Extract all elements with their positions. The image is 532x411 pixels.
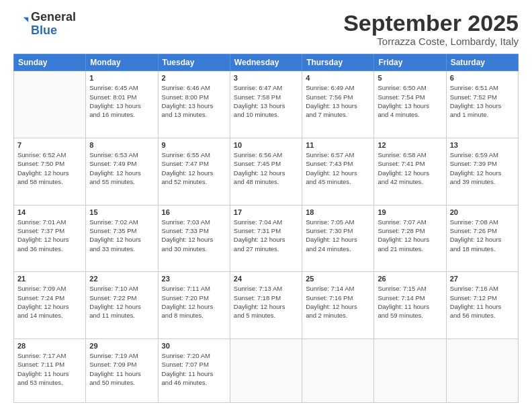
calendar-table: Sunday Monday Tuesday Wednesday Thursday… (13, 54, 519, 403)
header-saturday: Saturday (446, 54, 518, 71)
logo: General Blue (13, 11, 76, 38)
header-friday: Friday (374, 54, 446, 71)
month-title: September 2025 (343, 11, 519, 36)
day-info: Sunrise: 7:14 AM Sunset: 7:16 PM Dayligh… (306, 284, 370, 320)
table-row: 9Sunrise: 6:55 AM Sunset: 7:47 PM Daylig… (158, 138, 230, 205)
table-row: 5Sunrise: 6:50 AM Sunset: 7:54 PM Daylig… (374, 71, 446, 138)
header: General Blue September 2025 Torrazza Cos… (13, 11, 519, 47)
logo-icon (15, 15, 30, 30)
day-number: 17 (234, 208, 298, 216)
calendar-week-row: 21Sunrise: 7:09 AM Sunset: 7:24 PM Dayli… (14, 272, 519, 339)
day-number: 12 (378, 141, 442, 149)
day-info: Sunrise: 6:55 AM Sunset: 7:47 PM Dayligh… (162, 150, 226, 186)
day-info: Sunrise: 7:17 AM Sunset: 7:11 PM Dayligh… (17, 351, 82, 387)
day-info: Sunrise: 7:10 AM Sunset: 7:22 PM Dayligh… (89, 284, 154, 320)
day-number: 29 (89, 342, 154, 350)
header-tuesday: Tuesday (158, 54, 230, 71)
day-info: Sunrise: 6:46 AM Sunset: 8:00 PM Dayligh… (162, 83, 226, 119)
header-wednesday: Wednesday (230, 54, 302, 71)
table-row: 25Sunrise: 7:14 AM Sunset: 7:16 PM Dayli… (302, 272, 374, 339)
day-info: Sunrise: 7:05 AM Sunset: 7:30 PM Dayligh… (306, 218, 370, 253)
day-info: Sunrise: 7:04 AM Sunset: 7:31 PM Dayligh… (234, 218, 298, 253)
day-number: 21 (17, 275, 82, 283)
day-info: Sunrise: 6:47 AM Sunset: 7:58 PM Dayligh… (234, 83, 298, 119)
day-number: 28 (17, 342, 82, 350)
calendar-week-row: 28Sunrise: 7:17 AM Sunset: 7:11 PM Dayli… (14, 339, 519, 403)
day-number: 6 (450, 74, 515, 82)
table-row: 30Sunrise: 7:20 AM Sunset: 7:07 PM Dayli… (158, 339, 230, 403)
day-info: Sunrise: 7:13 AM Sunset: 7:18 PM Dayligh… (234, 284, 298, 320)
day-number: 1 (89, 74, 154, 82)
table-row: 11Sunrise: 6:57 AM Sunset: 7:43 PM Dayli… (302, 138, 374, 205)
calendar-week-row: 14Sunrise: 7:01 AM Sunset: 7:37 PM Dayli… (14, 205, 519, 272)
header-thursday: Thursday (302, 54, 374, 71)
day-number: 3 (234, 74, 298, 82)
day-number: 5 (378, 74, 442, 82)
title-block: September 2025 Torrazza Coste, Lombardy,… (343, 11, 519, 47)
table-row: 24Sunrise: 7:13 AM Sunset: 7:18 PM Dayli… (230, 272, 302, 339)
table-row (374, 339, 446, 403)
page: General Blue September 2025 Torrazza Cos… (0, 0, 532, 411)
day-number: 18 (306, 208, 370, 216)
header-monday: Monday (86, 54, 158, 71)
table-row: 19Sunrise: 7:07 AM Sunset: 7:28 PM Dayli… (374, 205, 446, 272)
day-number: 8 (89, 141, 154, 149)
table-row: 26Sunrise: 7:15 AM Sunset: 7:14 PM Dayli… (374, 272, 446, 339)
day-number: 7 (17, 141, 82, 149)
day-info: Sunrise: 6:49 AM Sunset: 7:56 PM Dayligh… (306, 83, 370, 119)
day-info: Sunrise: 7:19 AM Sunset: 7:09 PM Dayligh… (89, 351, 154, 387)
day-info: Sunrise: 7:11 AM Sunset: 7:20 PM Dayligh… (162, 284, 226, 320)
day-number: 24 (234, 275, 298, 283)
day-number: 14 (17, 208, 82, 216)
day-info: Sunrise: 6:56 AM Sunset: 7:45 PM Dayligh… (234, 150, 298, 186)
table-row (302, 339, 374, 403)
calendar-week-row: 7Sunrise: 6:52 AM Sunset: 7:50 PM Daylig… (14, 138, 519, 205)
calendar-week-row: 1Sunrise: 6:45 AM Sunset: 8:01 PM Daylig… (14, 71, 519, 138)
day-number: 16 (162, 208, 226, 216)
day-info: Sunrise: 7:07 AM Sunset: 7:28 PM Dayligh… (378, 218, 442, 253)
table-row: 6Sunrise: 6:51 AM Sunset: 7:52 PM Daylig… (446, 71, 518, 138)
day-number: 19 (378, 208, 442, 216)
weekday-header-row: Sunday Monday Tuesday Wednesday Thursday… (14, 54, 519, 71)
table-row: 21Sunrise: 7:09 AM Sunset: 7:24 PM Dayli… (14, 272, 86, 339)
table-row: 22Sunrise: 7:10 AM Sunset: 7:22 PM Dayli… (86, 272, 158, 339)
table-row: 18Sunrise: 7:05 AM Sunset: 7:30 PM Dayli… (302, 205, 374, 272)
table-row: 17Sunrise: 7:04 AM Sunset: 7:31 PM Dayli… (230, 205, 302, 272)
day-number: 23 (162, 275, 226, 283)
day-info: Sunrise: 7:03 AM Sunset: 7:33 PM Dayligh… (162, 218, 226, 253)
day-info: Sunrise: 6:51 AM Sunset: 7:52 PM Dayligh… (450, 83, 515, 119)
table-row (14, 71, 86, 138)
day-info: Sunrise: 7:01 AM Sunset: 7:37 PM Dayligh… (17, 218, 82, 253)
day-info: Sunrise: 7:08 AM Sunset: 7:26 PM Dayligh… (450, 218, 515, 253)
day-number: 25 (306, 275, 370, 283)
table-row: 29Sunrise: 7:19 AM Sunset: 7:09 PM Dayli… (86, 339, 158, 403)
svg-marker-0 (24, 17, 28, 22)
day-info: Sunrise: 6:59 AM Sunset: 7:39 PM Dayligh… (450, 150, 515, 186)
day-number: 26 (378, 275, 442, 283)
table-row: 10Sunrise: 6:56 AM Sunset: 7:45 PM Dayli… (230, 138, 302, 205)
day-number: 9 (162, 141, 226, 149)
day-number: 20 (450, 208, 515, 216)
day-number: 4 (306, 74, 370, 82)
table-row: 3Sunrise: 6:47 AM Sunset: 7:58 PM Daylig… (230, 71, 302, 138)
day-info: Sunrise: 7:02 AM Sunset: 7:35 PM Dayligh… (89, 218, 154, 253)
table-row: 8Sunrise: 6:53 AM Sunset: 7:49 PM Daylig… (86, 138, 158, 205)
table-row: 15Sunrise: 7:02 AM Sunset: 7:35 PM Dayli… (86, 205, 158, 272)
day-number: 10 (234, 141, 298, 149)
day-number: 22 (89, 275, 154, 283)
day-info: Sunrise: 6:50 AM Sunset: 7:54 PM Dayligh… (378, 83, 442, 119)
day-info: Sunrise: 7:09 AM Sunset: 7:24 PM Dayligh… (17, 284, 82, 320)
header-sunday: Sunday (14, 54, 86, 71)
day-info: Sunrise: 6:53 AM Sunset: 7:49 PM Dayligh… (89, 150, 154, 186)
day-number: 27 (450, 275, 515, 283)
day-info: Sunrise: 7:16 AM Sunset: 7:12 PM Dayligh… (450, 284, 515, 320)
day-info: Sunrise: 6:58 AM Sunset: 7:41 PM Dayligh… (378, 150, 442, 186)
table-row: 2Sunrise: 6:46 AM Sunset: 8:00 PM Daylig… (158, 71, 230, 138)
table-row (230, 339, 302, 403)
table-row: 20Sunrise: 7:08 AM Sunset: 7:26 PM Dayli… (446, 205, 518, 272)
day-number: 30 (162, 342, 226, 350)
table-row (446, 339, 518, 403)
table-row: 27Sunrise: 7:16 AM Sunset: 7:12 PM Dayli… (446, 272, 518, 339)
table-row: 16Sunrise: 7:03 AM Sunset: 7:33 PM Dayli… (158, 205, 230, 272)
location: Torrazza Coste, Lombardy, Italy (343, 36, 519, 47)
